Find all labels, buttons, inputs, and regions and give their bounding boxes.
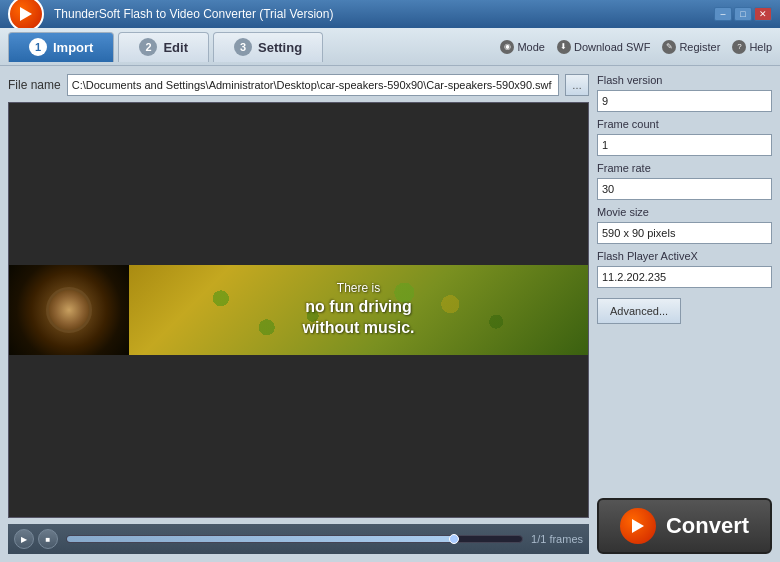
register-icon: ✎ bbox=[662, 40, 676, 54]
video-preview: There is no fun driving without music. bbox=[8, 102, 589, 518]
frames-label: 1/1 frames bbox=[531, 533, 583, 545]
download-swf-label: Download SWF bbox=[574, 41, 650, 53]
main-container: 1 Import 2 Edit 3 Setting ◉ Mode ⬇ Downl… bbox=[0, 28, 780, 562]
filename-input[interactable] bbox=[67, 74, 559, 96]
activex-label: Flash Player ActiveX bbox=[597, 250, 772, 262]
maximize-button[interactable]: □ bbox=[734, 7, 752, 21]
window-title: ThunderSoft Flash to Video Converter (Tr… bbox=[54, 7, 333, 21]
movie-size-value: 590 x 90 pixels bbox=[597, 222, 772, 244]
tab-setting-label: Setting bbox=[258, 40, 302, 55]
download-swf-button[interactable]: ⬇ Download SWF bbox=[557, 40, 650, 54]
movie-size-group: Movie size 590 x 90 pixels bbox=[597, 206, 772, 244]
svg-marker-0 bbox=[20, 7, 32, 21]
banner-line2: no fun driving bbox=[305, 298, 412, 315]
mode-button[interactable]: ◉ Mode bbox=[500, 40, 545, 54]
tab-edit[interactable]: 2 Edit bbox=[118, 32, 209, 62]
frame-count-group: Frame count 1 bbox=[597, 118, 772, 156]
stop-button[interactable]: ■ bbox=[38, 529, 58, 549]
tab-import[interactable]: 1 Import bbox=[8, 32, 114, 62]
top-toolbar: 1 Import 2 Edit 3 Setting ◉ Mode ⬇ Downl… bbox=[0, 28, 780, 66]
movie-size-label: Movie size bbox=[597, 206, 772, 218]
nav-right: ◉ Mode ⬇ Download SWF ✎ Register ? Help bbox=[500, 40, 772, 54]
tab-edit-number: 2 bbox=[139, 38, 157, 56]
left-panel: File name … There is no fun driving with… bbox=[8, 74, 589, 554]
minimize-button[interactable]: – bbox=[714, 7, 732, 21]
play-button[interactable]: ▶ bbox=[14, 529, 34, 549]
banner-text: There is no fun driving without music. bbox=[303, 281, 415, 338]
flash-version-group: Flash version 9 bbox=[597, 74, 772, 112]
help-label: Help bbox=[749, 41, 772, 53]
download-icon: ⬇ bbox=[557, 40, 571, 54]
tab-import-label: Import bbox=[53, 40, 93, 55]
register-label: Register bbox=[679, 41, 720, 53]
tab-setting[interactable]: 3 Setting bbox=[213, 32, 323, 62]
frame-count-label: Frame count bbox=[597, 118, 772, 130]
banner-line3: without music. bbox=[303, 319, 415, 336]
frame-count-value: 1 bbox=[597, 134, 772, 156]
tab-setting-number: 3 bbox=[234, 38, 252, 56]
progress-thumb bbox=[449, 534, 459, 544]
banner-text-area: There is no fun driving without music. bbox=[129, 281, 588, 338]
mode-label: Mode bbox=[517, 41, 545, 53]
frame-rate-value: 30 bbox=[597, 178, 772, 200]
flash-version-label: Flash version bbox=[597, 74, 772, 86]
controls-bar: ▶ ■ 1/1 frames bbox=[8, 524, 589, 554]
filename-row: File name … bbox=[8, 74, 589, 96]
banner-image: There is no fun driving without music. bbox=[9, 265, 588, 355]
help-button[interactable]: ? Help bbox=[732, 40, 772, 54]
tab-import-number: 1 bbox=[29, 38, 47, 56]
activex-value: 11.2.202.235 bbox=[597, 266, 772, 288]
browse-button[interactable]: … bbox=[565, 74, 589, 96]
progress-fill bbox=[67, 536, 454, 542]
help-icon: ? bbox=[732, 40, 746, 54]
svg-marker-1 bbox=[632, 519, 644, 533]
title-bar: ThunderSoft Flash to Video Converter (Tr… bbox=[0, 0, 780, 28]
activex-group: Flash Player ActiveX 11.2.202.235 bbox=[597, 250, 772, 288]
filename-label: File name bbox=[8, 78, 61, 92]
close-button[interactable]: ✕ bbox=[754, 7, 772, 21]
window-controls: – □ ✕ bbox=[714, 7, 772, 21]
tab-edit-label: Edit bbox=[163, 40, 188, 55]
mode-icon: ◉ bbox=[500, 40, 514, 54]
register-button[interactable]: ✎ Register bbox=[662, 40, 720, 54]
speaker-graphic bbox=[9, 265, 129, 355]
convert-button[interactable]: Convert bbox=[597, 498, 772, 554]
content-area: File name … There is no fun driving with… bbox=[0, 66, 780, 562]
flash-version-value: 9 bbox=[597, 90, 772, 112]
banner-line1: There is bbox=[303, 281, 415, 297]
convert-label: Convert bbox=[666, 513, 749, 539]
convert-section: Convert bbox=[597, 490, 772, 554]
advanced-button[interactable]: Advanced... bbox=[597, 298, 681, 324]
frame-rate-label: Frame rate bbox=[597, 162, 772, 174]
progress-bar[interactable] bbox=[66, 535, 523, 543]
convert-icon bbox=[620, 508, 656, 544]
frame-rate-group: Frame rate 30 bbox=[597, 162, 772, 200]
right-panel: Flash version 9 Frame count 1 Frame rate… bbox=[597, 74, 772, 554]
